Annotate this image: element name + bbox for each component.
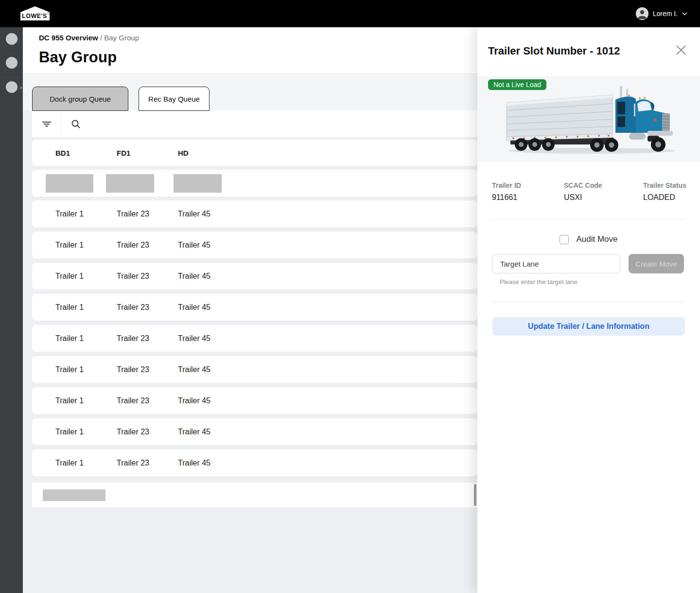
sidebar-item-3[interactable]: › bbox=[0, 75, 23, 99]
skeleton-block bbox=[174, 174, 222, 193]
nav-placeholder-icon bbox=[6, 81, 18, 93]
tab-dock-group-queue[interactable]: Dock group Queue bbox=[32, 87, 128, 111]
cell-bd1: Trailer 1 bbox=[32, 272, 117, 281]
cell-hd: Trailer 45 bbox=[178, 396, 239, 405]
audit-move-label: Audit Move bbox=[576, 234, 617, 244]
target-lane-input[interactable] bbox=[492, 254, 620, 273]
filter-icon bbox=[41, 119, 52, 129]
cell-hd: Trailer 45 bbox=[178, 334, 239, 343]
tab-rec-bay-queue[interactable]: Rec Bay Queue bbox=[139, 87, 210, 111]
cell-bd1: Trailer 1 bbox=[32, 365, 117, 374]
truck-illustration-section: Not a Live Load bbox=[477, 76, 700, 162]
cell-bd1: Trailer 1 bbox=[32, 396, 117, 405]
truck-illustration bbox=[502, 82, 677, 160]
vertical-scrollbar-thumb[interactable] bbox=[474, 484, 476, 506]
cell-hd: Trailer 45 bbox=[178, 365, 239, 374]
cell-fd1: Trailer 23 bbox=[117, 428, 178, 436]
cell-fd1: Trailer 23 bbox=[117, 303, 178, 312]
nav-placeholder-icon bbox=[6, 57, 18, 69]
breadcrumb: DC 955 Overview / Bay Group bbox=[39, 34, 139, 42]
live-load-status-badge: Not a Live Load bbox=[488, 79, 546, 90]
update-trailer-lane-button[interactable]: Update Trailer / Lane Information bbox=[492, 317, 685, 336]
divider bbox=[492, 219, 685, 220]
cell-fd1: Trailer 23 bbox=[117, 396, 178, 405]
svg-text:LOWE'S: LOWE'S bbox=[22, 13, 47, 19]
field-label: SCAC Code bbox=[564, 181, 643, 189]
cell-bd1: Trailer 1 bbox=[32, 334, 117, 343]
skeleton-block bbox=[106, 174, 154, 193]
field-label: Trailer ID bbox=[492, 181, 564, 189]
target-lane-helper-text: Please enter the target lane bbox=[500, 278, 700, 286]
table-row[interactable]: Trailer 1 Trailer 23 Trailer 45 bbox=[32, 418, 477, 445]
sidebar-item-1[interactable] bbox=[0, 27, 23, 51]
create-move-row: Create Move bbox=[492, 254, 684, 273]
user-menu[interactable]: Lorem I. bbox=[636, 7, 687, 20]
breadcrumb-current: Bay Group bbox=[104, 34, 139, 42]
search-icon bbox=[70, 119, 81, 129]
cell-hd: Trailer 45 bbox=[178, 428, 239, 436]
breadcrumb-separator: / bbox=[98, 34, 105, 42]
cell-fd1: Trailer 23 bbox=[117, 365, 178, 374]
cell-bd1: Trailer 1 bbox=[32, 303, 117, 312]
chevron-down-icon bbox=[682, 12, 687, 16]
svg-text:®: ® bbox=[47, 12, 49, 15]
audit-move-checkbox[interactable] bbox=[560, 235, 569, 244]
skeleton-block bbox=[46, 174, 93, 193]
sidebar-expand-chevron-icon[interactable]: › bbox=[20, 84, 22, 90]
field-value: USXI bbox=[564, 193, 643, 202]
cell-fd1: Trailer 23 bbox=[117, 210, 178, 218]
table-row[interactable]: Trailer 1 Trailer 23 Trailer 45 bbox=[32, 449, 477, 476]
cell-bd1: Trailer 1 bbox=[32, 459, 117, 467]
cell-bd1: Trailer 1 bbox=[32, 210, 117, 218]
page-title: Bay Group bbox=[39, 49, 117, 66]
filter-button[interactable] bbox=[32, 110, 61, 137]
cell-fd1: Trailer 23 bbox=[117, 334, 178, 343]
audit-move-row: Audit Move bbox=[477, 233, 700, 246]
column-header-bd1: BD1 bbox=[32, 149, 117, 157]
sidebar-item-2[interactable] bbox=[0, 51, 23, 75]
field-scac-code: SCAC Code USXI bbox=[564, 181, 643, 202]
field-value: LOADED bbox=[643, 193, 686, 202]
cell-hd: Trailer 45 bbox=[178, 459, 239, 467]
field-label: Trailer Status bbox=[643, 181, 686, 189]
table-row[interactable]: Trailer 1 Trailer 23 Trailer 45 bbox=[32, 294, 477, 321]
user-name: Lorem I. bbox=[653, 10, 678, 18]
table-header-row: BD1 FD1 HD bbox=[32, 140, 477, 166]
lowes-logo[interactable]: LOWE'S ® bbox=[19, 6, 51, 21]
cell-hd: Trailer 45 bbox=[178, 272, 239, 281]
table-row[interactable]: Trailer 1 Trailer 23 Trailer 45 bbox=[32, 232, 477, 258]
create-move-button[interactable]: Create Move bbox=[629, 254, 684, 273]
table-row-skeleton bbox=[32, 170, 477, 197]
cell-hd: Trailer 45 bbox=[178, 303, 239, 312]
table-row[interactable]: Trailer 1 Trailer 23 Trailer 45 bbox=[32, 200, 477, 227]
pagination-skeleton-block bbox=[43, 489, 105, 501]
breadcrumb-parent-link[interactable]: DC 955 Overview bbox=[39, 34, 98, 42]
cell-bd1: Trailer 1 bbox=[32, 241, 117, 250]
table-row[interactable]: Trailer 1 Trailer 23 Trailer 45 bbox=[32, 387, 477, 414]
column-header-hd: HD bbox=[178, 149, 239, 157]
panel-title: Trailer Slot Number - 1012 bbox=[488, 45, 620, 57]
trailer-detail-panel: Trailer Slot Number - 1012 Not a Live Lo… bbox=[477, 27, 700, 593]
panel-header: Trailer Slot Number - 1012 bbox=[477, 27, 700, 76]
field-trailer-id: Trailer ID 911661 bbox=[492, 181, 564, 202]
pagination-bar bbox=[32, 483, 477, 507]
search-button[interactable] bbox=[61, 110, 90, 137]
cell-bd1: Trailer 1 bbox=[32, 428, 117, 436]
cell-fd1: Trailer 23 bbox=[117, 459, 178, 467]
close-icon bbox=[676, 45, 686, 55]
cell-hd: Trailer 45 bbox=[178, 241, 239, 250]
close-button[interactable] bbox=[675, 44, 687, 56]
table-row[interactable]: Trailer 1 Trailer 23 Trailer 45 bbox=[32, 263, 477, 289]
cell-fd1: Trailer 23 bbox=[117, 272, 178, 281]
trailer-fields: Trailer ID 911661 SCAC Code USXI Trailer… bbox=[477, 162, 700, 202]
user-avatar-icon bbox=[636, 7, 648, 20]
cell-hd: Trailer 45 bbox=[178, 210, 239, 218]
field-value: 911661 bbox=[492, 193, 564, 202]
left-nav-rail: › bbox=[0, 27, 23, 593]
column-header-fd1: FD1 bbox=[117, 149, 178, 157]
table-row[interactable]: Trailer 1 Trailer 23 Trailer 45 bbox=[32, 356, 477, 383]
table-row[interactable]: Trailer 1 Trailer 23 Trailer 45 bbox=[32, 325, 477, 352]
nav-placeholder-icon bbox=[6, 33, 18, 45]
top-app-bar: LOWE'S ® Lorem I. bbox=[0, 0, 700, 27]
table-toolbar bbox=[32, 110, 477, 137]
